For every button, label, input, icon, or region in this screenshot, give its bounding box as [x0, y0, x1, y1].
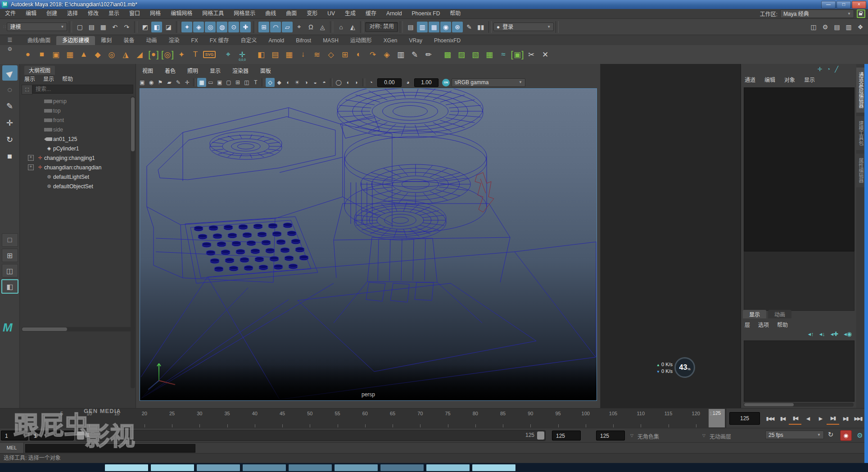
shelf-tab-动画[interactable]: 动画 [140, 36, 163, 45]
command-language-button[interactable]: MEL [0, 443, 24, 453]
shelf-menu-icon[interactable]: ☰ [8, 37, 13, 43]
undo-icon[interactable]: ↶ [109, 22, 120, 32]
poly-diamond-icon[interactable]: ◆ [91, 48, 104, 61]
menu-Arnold[interactable]: Arnold [381, 9, 407, 18]
all-lights-icon[interactable]: ☀ [293, 78, 302, 87]
outliner-item-side[interactable]: side [20, 125, 130, 134]
attribute-editor-icon[interactable]: ▤ [832, 22, 842, 32]
channel-menu-对象[interactable]: 对象 [784, 76, 795, 83]
auto-keyframe-button[interactable]: ◉ [840, 430, 852, 441]
layer-list[interactable] [744, 340, 854, 402]
quad-draw-icon[interactable]: ✏ [422, 48, 435, 61]
uv-planar-icon[interactable]: ▨ [455, 48, 468, 61]
lasso-tool[interactable]: ◌ [2, 82, 18, 97]
smooth-torus-icon[interactable]: ◎ [161, 48, 174, 61]
extract-icon[interactable]: ↓ [297, 48, 309, 61]
expand-icon[interactable]: + [28, 164, 34, 170]
speed-state-icon[interactable]: ◔ [827, 66, 830, 73]
symmetry-field[interactable]: 对称: 禁用 [365, 22, 398, 32]
gamma-field[interactable]: 1.00 [414, 78, 439, 87]
workspace-lock-icon[interactable] [857, 9, 865, 18]
shaded-icon[interactable]: ◆ [275, 78, 284, 87]
outliner-item-front[interactable]: front [20, 115, 130, 125]
pause-icon[interactable]: ▮▮ [475, 22, 486, 32]
grid-icon[interactable]: ▦ [197, 78, 206, 87]
xray-icon[interactable]: ◖ [343, 78, 352, 87]
type-tool-icon[interactable]: T [189, 48, 202, 61]
step-forward-key-button[interactable]: ▶▮ [827, 412, 839, 425]
viewport-menu-视图[interactable]: 视图 [142, 67, 153, 74]
combine-icon[interactable]: ◧ [255, 48, 267, 61]
bridge-icon[interactable]: ⊞ [339, 48, 351, 61]
character-controls-icon[interactable]: ⚙ [820, 22, 831, 32]
menu-曲线[interactable]: 曲线 [260, 9, 281, 18]
animation-start-field[interactable]: 1 [1, 431, 28, 440]
menu-set-selector[interactable]: 建模▼ [7, 23, 67, 31]
resolution-gate-icon[interactable]: ▣ [215, 78, 224, 87]
smooth-sphere-icon[interactable]: ● [147, 48, 160, 61]
outliner-horizontal-scrollbar[interactable] [22, 327, 135, 331]
two-d-pan-zoom-icon[interactable]: ✛ [183, 78, 192, 87]
mask-joints-icon[interactable]: ◈ [193, 22, 204, 32]
go-to-start-button[interactable]: ▮◀◀ [764, 413, 776, 424]
render-settings-icon[interactable]: ◉ [440, 22, 451, 32]
uv-cylindrical-icon[interactable]: ▧ [469, 48, 482, 61]
taskbar-window-button[interactable] [380, 464, 424, 472]
select-component-icon[interactable]: ◪ [163, 22, 174, 32]
reduce-icon[interactable]: ◈ [380, 48, 393, 61]
menu-生成[interactable]: 生成 [340, 9, 361, 18]
filter-icon[interactable]: ⛶ [22, 85, 32, 95]
range-slider[interactable]: 1 125 [76, 430, 546, 441]
channel-menu-显示[interactable]: 显示 [804, 76, 815, 83]
outliner-search-input[interactable] [32, 85, 133, 94]
menu-编辑网格[interactable]: 编辑网格 [166, 9, 197, 18]
menu-修改[interactable]: 修改 [83, 9, 104, 18]
make-live-icon[interactable]: ◬ [317, 22, 328, 32]
select-tool[interactable]: ▶ [2, 65, 18, 81]
save-scene-icon[interactable]: ▦ [98, 22, 108, 32]
bookmark-icon[interactable]: ▰ [165, 78, 174, 87]
boolean-icon[interactable]: ▤ [269, 48, 281, 61]
menu-文件[interactable]: 文件 [0, 9, 21, 18]
expand-icon[interactable]: + [28, 155, 34, 161]
layer-tab-动画[interactable]: 动画 [768, 310, 791, 318]
svg-tool-icon[interactable]: SVG [203, 48, 216, 61]
shelf-tab-装备[interactable]: 装备 [118, 36, 140, 45]
side-tab-通道盒/层编辑器[interactable]: 通道盒/层编辑器 [856, 68, 865, 113]
outliner-item-chuangdian:chuangdian[interactable]: +✛chuangdian:chuangdian [20, 163, 130, 172]
viewport-menu-显示[interactable]: 显示 [210, 67, 221, 74]
poly-cube3-icon[interactable]: ▦ [63, 48, 76, 61]
lock-icon[interactable]: ⌂ [335, 22, 346, 32]
viewport-menu-着色[interactable]: 着色 [165, 67, 176, 74]
range-end-handle[interactable] [537, 431, 544, 440]
chevron-down-icon[interactable]: ▽ [702, 433, 705, 438]
move-layer-up-icon[interactable]: ◂↑ [808, 331, 814, 337]
paint-select-tool[interactable]: ✎ [2, 99, 18, 114]
layer-menu-层[interactable]: 层 [745, 321, 750, 328]
shelf-gear-icon[interactable]: ⚙ [8, 46, 13, 52]
channel-menu-编辑[interactable]: 编辑 [764, 76, 775, 83]
tool-settings-icon[interactable]: ▥ [843, 22, 854, 32]
outliner-menu-展示[interactable]: 展示 [24, 75, 35, 82]
bevel-icon[interactable]: ◇ [325, 48, 337, 61]
mask-surfaces-icon[interactable]: ◍ [217, 22, 227, 32]
field-chart-icon[interactable]: ⊞ [233, 78, 242, 87]
outliner-item-pCylinder1[interactable]: ◈pCylinder1 [20, 144, 130, 153]
menu-帮助[interactable]: 帮助 [445, 9, 466, 18]
textured-icon[interactable]: ◐ [284, 78, 293, 87]
modeling-toolkit-icon[interactable]: ◫ [808, 22, 819, 32]
outliner-item-top[interactable]: top [20, 106, 130, 115]
multi-cut-icon[interactable]: ✂ [525, 48, 538, 61]
menu-显示[interactable]: 显示 [104, 9, 124, 18]
outliner-item-an01_125[interactable]: an01_125 [20, 134, 130, 144]
menu-UV[interactable]: UV [322, 9, 340, 18]
command-line-input[interactable] [25, 444, 195, 453]
layer-tab-显示[interactable]: 显示 [743, 310, 766, 318]
taskbar-window-button[interactable] [104, 464, 149, 472]
layout-two-pane[interactable]: ◫ [2, 264, 18, 277]
shelf-tab-XGen[interactable]: XGen [378, 36, 403, 45]
new-empty-layer-icon[interactable]: ◂✚ [831, 331, 838, 337]
menu-曲面[interactable]: 曲面 [281, 9, 302, 18]
paint-effects-icon[interactable]: ✎ [464, 22, 475, 32]
shelf-tab-运动图形[interactable]: 运动图形 [344, 36, 378, 45]
